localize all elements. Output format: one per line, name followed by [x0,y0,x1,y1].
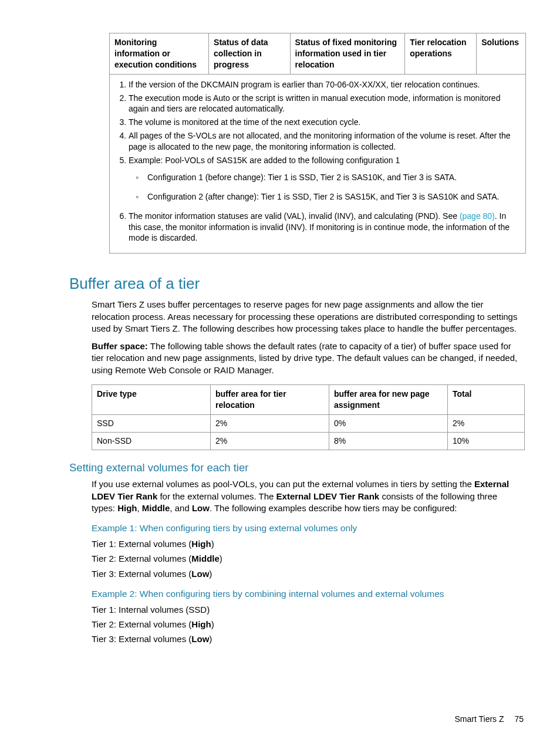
table-row: SSD 2% 0% 2% [92,414,525,432]
tbl2-header-new-page: buffer area for new page assignment [329,384,448,414]
ex1-t2-post: ) [220,553,222,563]
cell-ssd-reloc: 2% [211,414,329,432]
cell-nonssd-reloc: 2% [211,432,329,450]
ev-bold-middle: Middle [142,503,170,513]
external-volumes-para: If you use external volumes as pool-VOLs… [92,478,522,514]
example1-heading: Example 1: When configuring tiers by usi… [92,522,525,535]
tbl1-col-status-collection: Status of data collection in progress [209,33,291,75]
tbl1-col-tier-relocation: Tier relocation operations [405,33,477,75]
buffer-rates-table: Drive type buffer area for tier relocati… [92,384,525,450]
ex2-t3-pre: Tier 3: External volumes ( [92,634,191,644]
ex1-t3-post: ) [209,569,212,579]
tbl1-col-status-fixed: Status of fixed monitoring information u… [290,33,405,75]
footer-title: Smart Tiers Z [455,714,504,724]
note-5-config2: Configuration 2 (after change): Tier 1 i… [139,191,519,202]
ex2-t2-pre: Tier 2: External volumes ( [92,619,191,629]
page-80-link[interactable]: (page 80) [460,211,495,221]
cell-nonssd-new: 8% [329,432,448,450]
ex1-t1-pre: Tier 1: External volumes ( [92,539,191,549]
ev-sep2: , and [170,503,192,513]
ex2-t3-bold: Low [191,634,209,644]
cell-nonssd-total: 10% [448,432,525,450]
page-footer: Smart Tiers Z 75 [455,714,524,725]
tbl2-header-total: Total [448,384,525,414]
ex1-t2-pre: Tier 2: External volumes ( [92,553,191,563]
tbl1-col-monitoring: Monitoring information or execution cond… [110,33,209,75]
ev-bold-low: Low [192,503,210,513]
cell-nonssd-drive: Non-SSD [92,432,211,450]
table-row: Non-SSD 2% 8% 10% [92,432,525,450]
ev-p1-e: . The following examples describe how ti… [210,503,457,513]
ex2-tier3: Tier 3: External volumes (Low) [92,633,525,645]
ex1-tier3: Tier 3: External volumes (Low) [92,568,525,580]
external-volumes-heading: Setting external volumes for each tier [69,461,525,475]
buffer-area-para1: Smart Tiers Z uses buffer percentages to… [92,299,522,335]
ev-p1-a: If you use external volumes as pool-VOLs… [92,479,474,489]
footer-page-number: 75 [514,714,524,724]
ev-bold-rank2: External LDEV Tier Rank [276,491,380,501]
ev-p1-c: for the external volumes. The [157,491,276,501]
note-5-config1: Configuration 1 (before change): Tier 1 … [139,172,519,183]
tbl2-header-drive: Drive type [92,384,211,414]
buffer-area-heading: Buffer area of a tier [69,274,525,294]
ev-sep1: , [137,503,142,513]
note-item-5: Example: Pool-VOLs of SAS15K are added t… [129,155,519,202]
note-item-6: The monitor information statuses are val… [129,211,519,244]
note-5-text: Example: Pool-VOLs of SAS15K are added t… [129,156,400,165]
ev-bold-high: High [117,503,137,513]
ex1-t3-pre: Tier 3: External volumes ( [92,569,191,579]
buffer-area-para2: Buffer space: The following table shows … [92,340,522,376]
ex1-t1-bold: High [191,539,211,549]
ex2-tier2: Tier 2: External volumes (High) [92,619,525,630]
note-6-pre: The monitor information statuses are val… [129,211,460,221]
tbl1-notes-cell: If the version of the DKCMAIN program is… [110,74,526,254]
tbl1-col-solutions: Solutions [477,33,526,75]
ex2-t2-post: ) [211,619,214,629]
cell-ssd-drive: SSD [92,414,211,432]
cell-ssd-total: 2% [448,414,525,432]
ex2-t3-post: ) [209,634,212,644]
monitoring-reference-table: Monitoring information or execution cond… [109,33,526,254]
ex2-t2-bold: High [191,619,211,629]
note-item-1: If the version of the DKCMAIN program is… [129,79,519,90]
cell-ssd-new: 0% [329,414,448,432]
note-item-2: The execution mode is Auto or the script… [129,93,519,115]
ex2-tier1: Tier 1: Internal volumes (SSD) [92,604,525,616]
ex1-tier1: Tier 1: External volumes (High) [92,538,525,550]
ex1-t3-bold: Low [191,569,209,579]
example2-heading: Example 2: When configuring tiers by com… [92,588,525,600]
buffer-space-rest: The following table shows the default ra… [92,341,517,375]
note-item-3: The volume is monitored at the time of t… [129,117,519,128]
ex1-t2-bold: Middle [191,553,220,563]
note-item-4: All pages of the S-VOLs are not allocate… [129,130,519,153]
tbl2-header-relocation: buffer area for tier relocation [211,384,329,414]
ex1-tier2: Tier 2: External volumes (Middle) [92,553,525,565]
ex1-t1-post: ) [211,539,214,549]
buffer-space-label: Buffer space: [92,341,148,351]
